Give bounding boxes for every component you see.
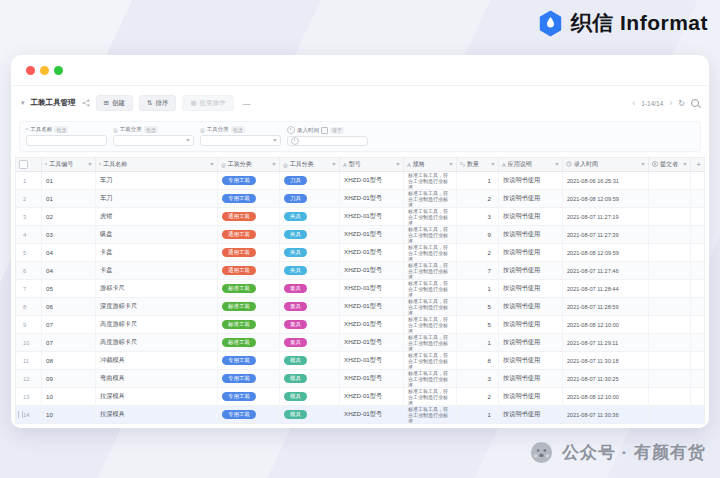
- table-row[interactable]: 1209弯曲模具专用工装模具XHZD-01型号标准工装工具，符合工业制造行业标准…: [16, 370, 704, 388]
- table-row[interactable]: 705游标卡尺标准工装量具XHZD-01型号标准工装工具，符合工业制造行业标准1…: [16, 280, 704, 298]
- face-avatar-icon: [530, 441, 553, 464]
- next-page-icon[interactable]: ›: [669, 99, 672, 108]
- cell-name: 高度游标卡尺: [96, 316, 218, 333]
- column-header-name[interactable]: *工具名称: [96, 158, 218, 171]
- cell-category: 标准工装: [218, 316, 280, 333]
- sort-caret-icon[interactable]: [272, 163, 276, 166]
- type-badge: 刀具: [284, 194, 307, 203]
- cell-model: XHZD-01型号: [340, 298, 404, 315]
- cell-qty: 1: [457, 334, 499, 351]
- column-header-time[interactable]: 录入时间: [563, 158, 649, 171]
- sort-caret-icon[interactable]: [332, 163, 336, 166]
- cell-submitter: [649, 208, 691, 225]
- select-all-cell[interactable]: [16, 158, 42, 171]
- cell-name: 车刀: [96, 190, 218, 207]
- sort-caret-icon[interactable]: [491, 163, 495, 166]
- sort-caret-icon[interactable]: [396, 163, 400, 166]
- row-index: 6: [16, 262, 42, 279]
- table-row[interactable]: 201车刀专用工装刀具XHZD-01型号标准工装工具，符合工业制造行业标准2按说…: [16, 190, 704, 208]
- cell-extra: [691, 172, 706, 189]
- row-index: 3: [16, 208, 42, 225]
- refresh-icon[interactable]: ↻: [678, 99, 685, 108]
- cell-extra: [691, 406, 706, 423]
- cell-code: 07: [42, 334, 96, 351]
- add-column-button[interactable]: +: [691, 158, 706, 171]
- cell-extra: [691, 352, 706, 369]
- row-index: 10: [16, 334, 42, 351]
- cell-submitter: [649, 244, 691, 261]
- tool-name-filter-input[interactable]: [26, 135, 107, 146]
- table-row[interactable]: 1410拉深模具专用工装模具XHZD-01型号标准工装工具，符合工业制造行业标准…: [16, 406, 704, 423]
- cell-type: 量具: [280, 298, 340, 315]
- cell-model: XHZD-01型号: [340, 262, 404, 279]
- filter-operator-chip[interactable]: 包含: [144, 126, 158, 133]
- filter-operator-chip[interactable]: 包含: [231, 126, 245, 133]
- cell-usage: 按说明书使用: [499, 298, 563, 315]
- table-row[interactable]: 302虎钳通用工装夹具XHZD-01型号标准工装工具，符合工业制造行业标准3按说…: [16, 208, 704, 226]
- select-field-icon: ◎: [221, 162, 226, 168]
- cell-spec: 标准工装工具，符合工业制造行业标准: [404, 334, 457, 351]
- cell-usage: 按说明书使用: [499, 190, 563, 207]
- cell-usage: 按说明书使用: [499, 370, 563, 387]
- category-badge: 标准工装: [222, 320, 256, 329]
- time-field-icon: [566, 161, 572, 168]
- table-row[interactable]: 806深度游标卡尺标准工装量具XHZD-01型号标准工装工具，符合工业制造行业标…: [16, 298, 704, 316]
- column-header-category[interactable]: ◎工装分类: [218, 158, 280, 171]
- type-badge: 模具: [284, 374, 307, 383]
- fixture-category-filter-select[interactable]: [113, 135, 194, 146]
- table-row[interactable]: 1108冲裁模具专用工装模具XHZD-01型号标准工装工具，符合工业制造行业标准…: [16, 352, 704, 370]
- table-row[interactable]: 403吸盘通用工装夹具XHZD-01型号标准工装工具，符合工业制造行业标准9按说…: [16, 226, 704, 244]
- prev-page-icon[interactable]: ‹: [632, 99, 635, 108]
- sort-caret-icon[interactable]: [641, 163, 645, 166]
- filter-entry-time: 录入时间 等于: [287, 126, 368, 146]
- row-index: 13: [16, 388, 42, 405]
- sort-caret-icon[interactable]: [210, 163, 214, 166]
- column-header-submitter[interactable]: 提交者: [649, 158, 691, 171]
- cell-extra: [691, 388, 706, 405]
- calendar-icon: [321, 127, 328, 134]
- create-button[interactable]: ⊞ 创建: [96, 95, 133, 111]
- sort-caret-icon[interactable]: [555, 163, 559, 166]
- column-header-usage[interactable]: A应用说明: [499, 158, 563, 171]
- entry-time-filter-input[interactable]: [287, 136, 368, 146]
- cell-extra: [691, 262, 706, 279]
- filter-operator-chip[interactable]: 等于: [330, 127, 344, 134]
- tool-category-filter-select[interactable]: [200, 135, 281, 146]
- column-header-type[interactable]: ◎工具分类: [280, 158, 340, 171]
- sort-caret-icon[interactable]: [88, 163, 92, 166]
- filter-operator-chip[interactable]: 包含: [54, 126, 68, 133]
- sort-caret-icon[interactable]: [683, 163, 687, 166]
- table-row[interactable]: 604卡盘通用工装夹具XHZD-01型号标准工装工具，符合工业制造行业标准7按说…: [16, 262, 704, 280]
- sort-caret-icon[interactable]: [449, 163, 453, 166]
- collapse-chevron-icon[interactable]: ▾: [21, 99, 25, 107]
- column-header-qty[interactable]: x2数量: [457, 158, 499, 171]
- cell-qty: 9: [457, 226, 499, 243]
- cell-usage: 按说明书使用: [499, 388, 563, 405]
- column-header-model[interactable]: A型号: [340, 158, 404, 171]
- table-row[interactable]: 907高度游标卡尺标准工装量具XHZD-01型号标准工装工具，符合工业制造行业标…: [16, 316, 704, 334]
- cell-model: XHZD-01型号: [340, 316, 404, 333]
- window-zoom-button[interactable]: [54, 66, 63, 75]
- table-body: 101车刀专用工装刀具XHZD-01型号标准工装工具，符合工业制造行业标准1按说…: [15, 172, 705, 424]
- table-row[interactable]: 1310拉深模具专用工装模具XHZD-01型号标准工装工具，符合工业制造行业标准…: [16, 388, 704, 406]
- batch-actions-button[interactable]: ▦ 批量操作: [182, 95, 233, 111]
- window-close-button[interactable]: [26, 66, 35, 75]
- cell-model: XHZD-01型号: [340, 406, 404, 423]
- select-all-checkbox[interactable]: [19, 160, 28, 169]
- share-icon[interactable]: [82, 99, 90, 107]
- table-row[interactable]: 101车刀专用工装刀具XHZD-01型号标准工装工具，符合工业制造行业标准1按说…: [16, 172, 704, 190]
- sort-button[interactable]: ⇅ 排序: [139, 95, 176, 111]
- minus-icon[interactable]: —: [243, 99, 251, 108]
- clock-icon: [287, 126, 295, 134]
- watermark: 公众号 · 有颜有货: [530, 441, 706, 464]
- cell-type: 量具: [280, 280, 340, 297]
- column-header-code[interactable]: *工具编号: [42, 158, 96, 171]
- search-icon[interactable]: [691, 99, 699, 107]
- column-header-spec[interactable]: A规格: [404, 158, 457, 171]
- window-minimize-button[interactable]: [40, 66, 49, 75]
- table-row[interactable]: 504卡盘通用工装夹具XHZD-01型号标准工装工具，符合工业制造行业标准2按说…: [16, 244, 704, 262]
- cell-extra: [691, 298, 706, 315]
- table-row[interactable]: 1007高度游标卡尺标准工装量具XHZD-01型号标准工装工具，符合工业制造行业…: [16, 334, 704, 352]
- cell-model: XHZD-01型号: [340, 280, 404, 297]
- cell-time: 2021-08-07 11:27:39: [563, 226, 649, 243]
